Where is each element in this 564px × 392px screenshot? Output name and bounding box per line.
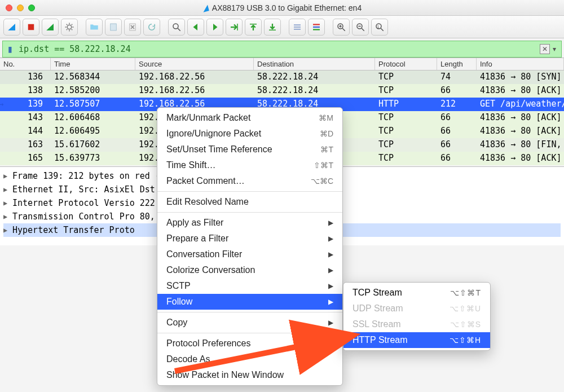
cell-time: 15.639773 (51, 152, 135, 165)
svg-line-24 (342, 28, 345, 31)
menu-mark[interactable]: Mark/Unmark Packet⌘M (157, 110, 342, 126)
zoom-reset-icon: 1 (374, 22, 385, 32)
svg-text:1: 1 (377, 24, 380, 28)
expand-icon[interactable]: ▶ (3, 199, 12, 207)
submenu-arrow-icon: ▶ (328, 282, 333, 290)
titlebar: ◢ AX88179 USB 3.0 to Gigabit Ethernet: e… (0, 0, 564, 16)
expand-icon[interactable]: ▶ (3, 213, 12, 221)
cell-destination: 58.222.18.24 (254, 84, 375, 98)
auto-scroll-button[interactable] (289, 19, 306, 36)
window-title: ◢ AX88179 USB 3.0 to Gigabit Ethernet: e… (0, 3, 564, 12)
stop-capture-button[interactable] (23, 19, 39, 36)
arrow-down-bar-icon (267, 22, 277, 32)
header-length[interactable]: Length (437, 58, 477, 70)
menu-timeref[interactable]: Set/Unset Time Reference⌘T (157, 142, 342, 157)
search-icon (171, 22, 182, 32)
restart-capture-button[interactable] (42, 19, 59, 36)
display-filter-input[interactable] (15, 44, 540, 54)
menu-colorize[interactable]: Colorize Conversation▶ (157, 262, 342, 278)
save-file-button[interactable] (105, 19, 122, 36)
cell-time: 12.568344 (51, 71, 135, 84)
menu-protocol-prefs[interactable]: Protocol Preferences (157, 336, 342, 351)
detail-text: Hypertext Transfer Proto (12, 225, 135, 235)
open-file-button[interactable] (86, 19, 103, 36)
colorize-button[interactable] (308, 19, 325, 36)
submenu-arrow-icon: ▶ (328, 235, 333, 243)
header-no[interactable]: No. (0, 58, 51, 70)
cell-info: 41836 → 80 [ACK] S (477, 84, 564, 98)
cell-info: 41836 → 80 [ACK] S (477, 111, 564, 125)
header-protocol[interactable]: Protocol (375, 58, 437, 70)
expand-icon[interactable]: ▶ (3, 226, 12, 234)
svg-line-9 (72, 24, 73, 25)
start-capture-button[interactable] (3, 19, 20, 36)
go-first-button[interactable] (245, 19, 262, 36)
header-destination[interactable]: Destination (254, 58, 375, 70)
menu-resolved[interactable]: Edit Resolved Name (157, 194, 342, 210)
menu-ignore[interactable]: Ignore/Unignore Packet⌘D (157, 126, 342, 142)
arrow-left-icon (191, 22, 201, 32)
packet-row[interactable]: 13612.568344192.168.22.5658.222.18.24TCP… (0, 71, 564, 84)
svg-rect-0 (28, 24, 34, 30)
filter-dropdown-button[interactable]: ▾ (550, 45, 559, 53)
cell-protocol: HTTP (375, 98, 437, 111)
go-back-button[interactable] (187, 19, 204, 36)
svg-line-13 (178, 28, 180, 31)
cell-length: 66 (437, 111, 477, 125)
close-file-button[interactable] (124, 19, 141, 36)
menu-decode-as[interactable]: Decode As… (157, 351, 342, 367)
submenu-arrow-icon: ▶ (328, 250, 333, 258)
cell-no: 143 (0, 111, 51, 125)
menu-apply-filter[interactable]: Apply as Filter▶ (157, 215, 342, 231)
svg-rect-10 (111, 24, 117, 30)
svg-line-6 (67, 24, 68, 25)
cell-protocol: TCP (375, 71, 437, 84)
menu-comment[interactable]: Packet Comment…⌥⌘C (157, 173, 342, 189)
menu-sctp[interactable]: SCTP▶ (157, 278, 342, 294)
header-source[interactable]: Source (135, 58, 254, 70)
current-row-arrow-icon: → (0, 99, 3, 108)
capture-options-button[interactable] (61, 19, 78, 36)
find-packet-button[interactable] (168, 19, 185, 36)
zoom-reset-button[interactable]: 1 (371, 19, 388, 36)
svg-line-7 (72, 29, 73, 30)
zoom-in-button[interactable] (333, 19, 350, 36)
expand-icon[interactable]: ▶ (3, 186, 12, 193)
zoom-out-button[interactable] (352, 19, 369, 36)
header-time[interactable]: Time (51, 58, 135, 70)
menu-prepare-filter[interactable]: Prepare a Filter▶ (157, 231, 342, 246)
submenu-tcp-stream[interactable]: TCP Stream⌥⇧⌘T (343, 285, 490, 301)
cell-no: 144 (0, 125, 51, 138)
go-last-button[interactable] (264, 19, 281, 36)
cell-info: GET /api/weather/c (477, 98, 564, 111)
menu-conversation-filter[interactable]: Conversation Filter▶ (157, 246, 342, 262)
display-filter-bar: ▮ ✕ ▾ (2, 41, 562, 58)
window-title-text: AX88179 USB 3.0 to Gigabit Ethernet: en4 (212, 3, 362, 12)
clear-filter-button[interactable]: ✕ (540, 44, 550, 54)
submenu-arrow-icon: ▶ (328, 219, 333, 227)
bookmark-icon[interactable]: ▮ (5, 45, 15, 54)
go-forward-button[interactable] (206, 19, 223, 36)
go-to-packet-button[interactable] (226, 19, 243, 36)
cell-time: 12.606468 (51, 111, 135, 125)
follow-submenu: TCP Stream⌥⇧⌘T UDP Stream⌥⇧⌘U SSL Stream… (343, 282, 491, 351)
cell-protocol: TCP (375, 125, 437, 138)
submenu-http-stream[interactable]: HTTP Stream⌥⇧⌘H (343, 332, 490, 348)
reload-file-button[interactable] (143, 19, 160, 36)
cell-no: 136 (0, 71, 51, 84)
svg-point-1 (67, 25, 72, 29)
gear-icon (64, 22, 74, 32)
header-info[interactable]: Info (477, 58, 564, 70)
expand-icon[interactable]: ▶ (3, 172, 12, 180)
wireshark-fin-icon: ◢ (201, 2, 210, 12)
cell-source: 192.168.22.56 (135, 84, 254, 98)
cell-length: 74 (437, 71, 477, 84)
menu-copy[interactable]: Copy▶ (157, 315, 342, 331)
cell-time: 12.585200 (51, 84, 135, 98)
fin-icon (7, 22, 17, 32)
cell-time: 12.587507 (51, 98, 135, 111)
menu-show-packet[interactable]: Show Packet in New Window (157, 367, 342, 383)
menu-timeshift[interactable]: Time Shift…⇧⌘T (157, 157, 342, 173)
menu-follow[interactable]: Follow▶ (157, 294, 342, 310)
packet-row[interactable]: 13812.585200192.168.22.5658.222.18.24TCP… (0, 84, 564, 98)
